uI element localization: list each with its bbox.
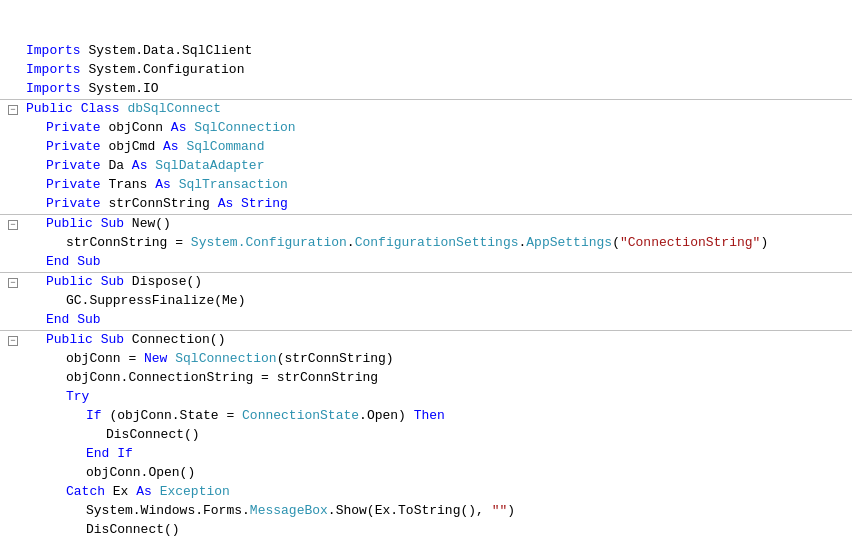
token-type: SqlDataAdapter [155,158,264,173]
table-row: −Public Sub New() [0,215,852,234]
token-kw: Imports [26,81,81,96]
token-kw: If [86,408,102,423]
token-kw: String [241,196,288,211]
collapse-button[interactable]: − [8,105,18,115]
line-content: Imports System.IO [26,80,159,99]
token-normal [73,101,81,116]
token-normal: ) [507,503,515,518]
table-row: DisConnect() [0,521,852,536]
token-type: Exception [160,484,230,499]
token-type: SqlTransaction [179,177,288,192]
token-type: ConfigurationSettings [355,235,519,250]
token-normal: strConnString = [66,235,191,250]
line-content: Private Da As SqlDataAdapter [46,157,264,176]
table-row: objConn.ConnectionString = strConnString [0,369,852,388]
token-kw: If [117,446,133,461]
line-content: Private Trans As SqlTransaction [46,176,288,195]
line-content: strConnString = System.Configuration.Con… [66,234,768,253]
token-type: SqlConnection [175,351,276,366]
gutter: − [4,105,22,115]
token-normal: ( [612,235,620,250]
token-kw: Private [46,196,101,211]
token-kw: Sub [77,312,100,327]
table-row: Private Trans As SqlTransaction [0,176,852,195]
token-normal: System.IO [81,81,159,96]
table-row: End Sub [0,253,852,272]
table-row: Private strConnString As String [0,195,852,214]
token-kw: Try [66,389,89,404]
token-normal: GC.SuppressFinalize(Me) [66,293,245,308]
token-kw: As [132,158,148,173]
token-normal: Da [101,158,132,173]
token-normal: ) [760,235,768,250]
token-kw: Sub [101,332,124,347]
token-kw: Public [46,332,93,347]
token-kw: Private [46,139,101,154]
token-kw: Sub [101,216,124,231]
token-type: SqlConnection [194,120,295,135]
line-content: Private objCmd As SqlCommand [46,138,264,157]
token-normal: .Open) [359,408,414,423]
token-normal: DisConnect() [106,427,200,442]
token-type: System.Configuration [191,235,347,250]
token-normal [93,274,101,289]
token-normal: (objConn.State = [102,408,242,423]
gutter: − [4,336,22,346]
table-row: −Public Class dbSqlConnect [0,100,852,119]
token-normal: Connection() [124,332,225,347]
line-content: objConn.Open() [86,464,195,483]
line-content: Try [66,388,89,407]
token-normal: objConn.Open() [86,465,195,480]
token-kw: As [218,196,234,211]
token-str: "" [492,503,508,518]
table-row: Private Da As SqlDataAdapter [0,157,852,176]
line-content: DisConnect() [86,521,180,536]
token-normal: System.Windows.Forms. [86,503,250,518]
token-type: ConnectionState [242,408,359,423]
line-content: End Sub [46,311,101,330]
token-kw: End [46,254,69,269]
table-row: Try [0,388,852,407]
table-row: −Public Sub Connection() [0,331,852,350]
line-content: GC.SuppressFinalize(Me) [66,292,245,311]
table-row: −Public Sub Dispose() [0,273,852,292]
table-row: Imports System.Configuration [0,61,852,80]
table-row: Private objCmd As SqlCommand [0,138,852,157]
line-content: Imports System.Configuration [26,61,244,80]
line-content: Private strConnString As String [46,195,288,214]
token-normal: strConnString [101,196,218,211]
table-row: Private objConn As SqlConnection [0,119,852,138]
table-row: objConn.Open() [0,464,852,483]
token-normal [171,177,179,192]
token-kw: Public [46,274,93,289]
collapse-button[interactable]: − [8,278,18,288]
line-content: End Sub [46,253,101,272]
token-kw: Public [26,101,73,116]
token-normal [152,484,160,499]
token-normal: (strConnString) [277,351,394,366]
token-kw: Sub [101,274,124,289]
collapse-button[interactable]: − [8,336,18,346]
line-content: System.Windows.Forms.MessageBox.Show(Ex.… [86,502,515,521]
table-row: If (objConn.State = ConnectionState.Open… [0,407,852,426]
token-normal: objConn.ConnectionString = strConnString [66,370,378,385]
token-type: MessageBox [250,503,328,518]
token-normal: objConn = [66,351,144,366]
token-type: SqlCommand [186,139,264,154]
token-kw: Class [81,101,120,116]
table-row: End If [0,445,852,464]
token-normal: System.Data.SqlClient [81,43,253,58]
line-content: End If [86,445,133,464]
collapse-button[interactable]: − [8,220,18,230]
line-content: DisConnect() [106,426,200,445]
token-normal: .Show(Ex.ToString(), [328,503,492,518]
token-kw: Imports [26,43,81,58]
token-type: dbSqlConnect [127,101,221,116]
table-row: Catch Ex As Exception [0,483,852,502]
token-kw: As [171,120,187,135]
token-normal [93,332,101,347]
table-row: Imports System.IO [0,80,852,99]
token-normal: Ex [105,484,136,499]
token-normal: objConn [101,120,171,135]
token-kw: As [136,484,152,499]
